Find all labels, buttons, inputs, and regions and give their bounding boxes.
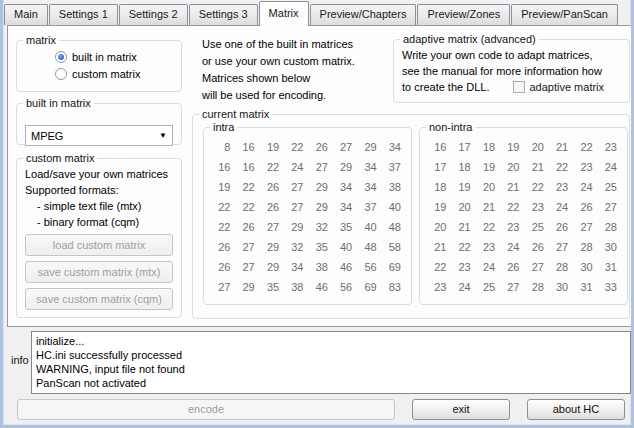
tab-preview-chapters[interactable]: Preview/Chapters — [310, 4, 417, 25]
tab-settings-2[interactable]: Settings 2 — [119, 4, 188, 25]
matrix-value: 22 — [234, 177, 258, 197]
matrix-value: 20 — [524, 137, 548, 157]
tab-main[interactable]: Main — [4, 4, 48, 25]
intra-matrix-group: intra 8161922262729341616222427293437192… — [203, 121, 412, 305]
description-text: Use one of the built in matricesor use y… — [202, 36, 392, 104]
matrix-value: 27 — [524, 257, 548, 277]
custom-matrix-line: Supported formats: — [25, 182, 181, 198]
matrix-radio-list: built in matrixcustom matrix — [17, 46, 181, 82]
matrix-value: 18 — [450, 157, 474, 177]
tab-settings-1[interactable]: Settings 1 — [49, 4, 118, 25]
encode-button[interactable]: encode — [17, 399, 395, 420]
matrix-value: 22 — [283, 137, 307, 157]
radio-option-label: custom matrix — [72, 68, 140, 80]
matrix-value: 27 — [597, 197, 621, 217]
current-matrix-group-label: current matrix — [199, 108, 272, 120]
matrix-value: 22 — [548, 157, 572, 177]
matrix-value: 17 — [426, 157, 450, 177]
description-line: Use one of the built in matrices — [202, 36, 392, 53]
info-log-line: initialize... — [36, 334, 626, 348]
intra-matrix-group-label: intra — [210, 121, 237, 133]
matrix-value: 27 — [332, 137, 356, 157]
matrix-value: 26 — [259, 177, 283, 197]
adaptive-matrix-group-label: adaptive matrix (advanced) — [400, 33, 539, 45]
custom-matrix-buttons: load custom matrixsave custom matrix (mt… — [25, 230, 181, 310]
matrix-value: 20 — [475, 177, 499, 197]
matrix-value: 25 — [597, 177, 621, 197]
matrix-value: 38 — [381, 177, 405, 197]
matrix-value: 21 — [524, 157, 548, 177]
radio-option-label: built in matrix — [72, 51, 137, 63]
adaptive-text-line: Write your own code to adapt matrices, — [402, 47, 629, 63]
non-intra-matrix-group: non-intra 161718192021222317181920212223… — [419, 121, 628, 305]
matrix-value: 21 — [475, 197, 499, 217]
save-custom-matrix-mtx-button[interactable]: save custom matrix (mtx) — [25, 261, 173, 283]
matrix-value: 18 — [426, 177, 450, 197]
matrix-value: 56 — [332, 277, 356, 297]
matrix-tab-panel: matrix built in matrixcustom matrix buil… — [7, 25, 633, 327]
info-log-line: PanScan not activated — [36, 376, 626, 390]
matrix-value: 27 — [234, 237, 258, 257]
matrix-value: 40 — [356, 217, 380, 237]
matrix-value: 21 — [450, 217, 474, 237]
matrix-value: 25 — [524, 217, 548, 237]
matrix-value: 46 — [308, 277, 332, 297]
matrix-value: 23 — [597, 137, 621, 157]
matrix-value: 29 — [356, 137, 380, 157]
matrix-value: 69 — [356, 277, 380, 297]
tab-bar: MainSettings 1Settings 2Settings 3Matrix… — [4, 0, 631, 25]
radio-custom-matrix[interactable]: custom matrix — [55, 65, 181, 82]
radio-button-icon[interactable] — [55, 51, 67, 63]
matrix-value: 26 — [210, 237, 234, 257]
adaptive-matrix-checkbox[interactable] — [513, 81, 525, 93]
matrix-value: 20 — [499, 157, 523, 177]
matrix-value: 40 — [381, 197, 405, 217]
matrix-value: 22 — [450, 237, 474, 257]
matrix-value: 34 — [283, 257, 307, 277]
exit-button[interactable]: exit — [412, 399, 510, 420]
load-custom-matrix-button[interactable]: load custom matrix — [25, 234, 173, 256]
matrix-value: 23 — [450, 257, 474, 277]
matrix-value: 26 — [259, 197, 283, 217]
matrix-value: 26 — [572, 197, 596, 217]
matrix-value: 27 — [283, 197, 307, 217]
tab-matrix[interactable]: Matrix — [259, 1, 309, 26]
built-in-matrix-select[interactable]: MPEG ▼ — [25, 125, 173, 146]
matrix-value: 23 — [475, 237, 499, 257]
radio-button-icon[interactable] — [55, 68, 67, 80]
matrix-value: 29 — [283, 217, 307, 237]
matrix-value: 17 — [450, 137, 474, 157]
matrix-value: 34 — [332, 177, 356, 197]
matrix-value: 16 — [210, 157, 234, 177]
matrix-value: 31 — [572, 277, 596, 297]
tab-settings-3[interactable]: Settings 3 — [189, 4, 258, 25]
matrix-value: 21 — [548, 137, 572, 157]
matrix-value: 33 — [597, 277, 621, 297]
matrix-value: 23 — [499, 217, 523, 237]
matrix-value: 56 — [356, 257, 380, 277]
matrix-value: 29 — [234, 277, 258, 297]
matrix-value: 30 — [572, 257, 596, 277]
tab-preview-zones[interactable]: Preview/Zones — [417, 4, 510, 25]
save-custom-matrix-cqm-button[interactable]: save custom matrix (cqm) — [25, 288, 173, 310]
matrix-value: 24 — [548, 197, 572, 217]
matrix-value: 23 — [426, 277, 450, 297]
matrix-value: 24 — [572, 177, 596, 197]
info-label: info — [11, 354, 29, 366]
custom-matrix-line: Load/save your own matrices — [25, 166, 181, 182]
matrix-value: 29 — [332, 157, 356, 177]
matrix-value: 32 — [308, 217, 332, 237]
matrix-value: 26 — [548, 217, 572, 237]
matrix-value: 34 — [381, 137, 405, 157]
matrix-value: 35 — [308, 237, 332, 257]
matrix-value: 24 — [597, 157, 621, 177]
current-matrix-group: current matrix intra 8161922262729341616… — [192, 108, 630, 319]
about-hc-button[interactable]: about HC — [527, 399, 625, 420]
matrix-value: 16 — [234, 137, 258, 157]
radio-built-in-matrix[interactable]: built in matrix — [55, 48, 181, 65]
matrix-value: 27 — [548, 237, 572, 257]
matrix-value: 23 — [572, 157, 596, 177]
tab-preview-panscan[interactable]: Preview/PanScan — [511, 4, 618, 25]
custom-matrix-text-lines: Load/save your own matricesSupported for… — [25, 166, 181, 198]
matrix-value: 24 — [450, 277, 474, 297]
